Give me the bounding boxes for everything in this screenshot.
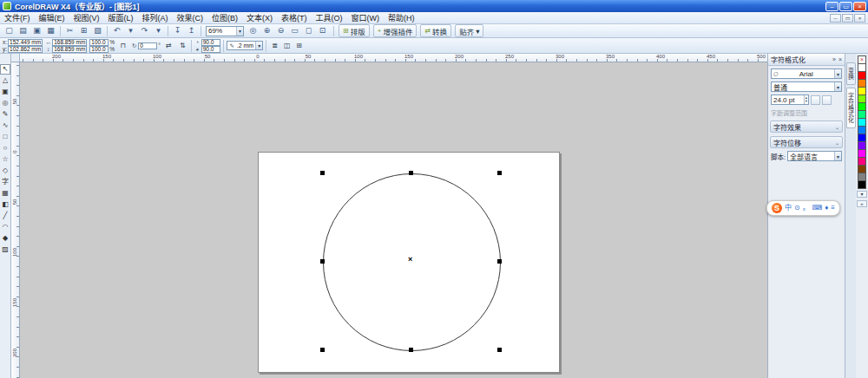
font-size-spinner[interactable]: ▴ ▾ bbox=[804, 95, 808, 104]
zoom-in-icon[interactable]: ⊕ bbox=[260, 25, 273, 36]
outline-width-select[interactable]: ✎ .2 mm ▾ bbox=[227, 41, 263, 50]
menu-item-text[interactable]: 文本(X) bbox=[242, 12, 277, 23]
doc-restore-button[interactable]: ▭ bbox=[842, 14, 853, 23]
pick-tool[interactable]: ↖ bbox=[0, 64, 10, 75]
script-select[interactable]: 全部语言 ▾ bbox=[787, 151, 842, 161]
close-button[interactable]: × bbox=[853, 2, 866, 11]
docker-collapse-button[interactable]: » bbox=[832, 56, 836, 62]
undo-list-icon[interactable]: ▾ bbox=[124, 25, 137, 36]
scale-v-input[interactable]: 100.0 bbox=[89, 46, 108, 53]
fill-tool[interactable]: ◆ bbox=[0, 233, 10, 244]
docker-close-button[interactable]: × bbox=[838, 56, 842, 62]
selection-handle[interactable] bbox=[497, 171, 502, 175]
shape-tool[interactable]: △ bbox=[0, 75, 10, 86]
new-document-icon[interactable]: ▢ bbox=[3, 25, 16, 36]
doc-close-button[interactable]: × bbox=[854, 14, 865, 23]
crop-tool[interactable]: ▣ bbox=[0, 87, 10, 97]
doc-minimize-button[interactable]: – bbox=[830, 14, 841, 23]
docker-tab-char-format[interactable]: 字符格式化 bbox=[846, 88, 856, 128]
font-family-select[interactable]: O Arial ▾ bbox=[771, 68, 842, 79]
menu-item-file[interactable]: 文件(F) bbox=[0, 12, 35, 23]
section-char-shift[interactable]: 字符位移 ⌄ bbox=[770, 136, 843, 148]
lock-ratio-button[interactable]: ⊓ bbox=[117, 40, 128, 51]
convert-to-curves-button[interactable]: ◫ bbox=[281, 40, 293, 51]
object-height-input[interactable]: 168.859 mm bbox=[52, 46, 87, 53]
restore-button[interactable]: ▭ bbox=[839, 2, 852, 11]
redo-icon[interactable]: ↷ bbox=[138, 25, 151, 36]
zoom-page-icon[interactable]: ◻ bbox=[302, 25, 315, 36]
section-char-effects[interactable]: 字符效果 ⌄ bbox=[770, 121, 843, 133]
palette-scroll-down-button[interactable]: ▾ bbox=[857, 191, 867, 198]
chinese-mode-icon[interactable]: 中 bbox=[785, 203, 792, 213]
menu-item-view[interactable]: 视图(V) bbox=[69, 12, 104, 23]
undo-icon[interactable]: ↶ bbox=[110, 25, 123, 36]
vertical-ruler[interactable]: 50050100150200 bbox=[11, 62, 20, 378]
plugins-button[interactable]: +增强插件 bbox=[373, 24, 418, 37]
drawing-canvas[interactable]: × bbox=[20, 62, 767, 378]
menu-item-help[interactable]: 帮助(H) bbox=[384, 12, 419, 23]
selection-handle[interactable] bbox=[320, 171, 325, 175]
arc-start-input[interactable]: 90.0 bbox=[201, 39, 220, 46]
save-icon[interactable]: ▣ bbox=[30, 25, 43, 36]
menu-item-window[interactable]: 窗口(W) bbox=[347, 12, 385, 23]
print-icon[interactable]: ▦ bbox=[44, 25, 57, 36]
object-width-input[interactable]: 168.859 mm bbox=[52, 39, 87, 46]
rotation-angle-input[interactable]: 0 bbox=[138, 42, 157, 49]
rectangle-tool[interactable]: □ bbox=[0, 132, 10, 142]
selection-handle[interactable] bbox=[497, 259, 502, 264]
soft-keyboard-icon[interactable]: ⌨ bbox=[812, 203, 823, 213]
cut-icon[interactable]: ✂ bbox=[63, 25, 76, 36]
minimize-button[interactable]: – bbox=[825, 2, 838, 11]
x-position-input[interactable]: 152.449 mm bbox=[8, 39, 43, 46]
sogou-logo-icon[interactable]: S bbox=[772, 203, 782, 213]
skin-icon[interactable]: ♦ bbox=[825, 203, 828, 213]
full-stop-icon[interactable]: 。 bbox=[803, 203, 810, 213]
selection-handle[interactable] bbox=[409, 348, 413, 352]
kerning-option-button[interactable] bbox=[811, 95, 820, 105]
format-option-button[interactable] bbox=[822, 95, 832, 105]
toolbox-menu-icon[interactable]: ≡ bbox=[831, 203, 835, 213]
zoom-tool[interactable]: ◎ bbox=[0, 98, 10, 108]
paste-icon[interactable]: ▧ bbox=[91, 25, 104, 36]
punctuation-icon[interactable]: ⊙ bbox=[794, 203, 800, 213]
import-icon[interactable]: ↧ bbox=[171, 25, 184, 36]
zoom-out-icon[interactable]: ⊖ bbox=[274, 25, 287, 36]
menu-item-effects[interactable]: 效果(C) bbox=[173, 12, 208, 23]
menu-item-arrange[interactable]: 排列(A) bbox=[138, 12, 173, 23]
color-swatch[interactable] bbox=[858, 180, 866, 189]
spin-down-icon[interactable]: ▾ bbox=[806, 100, 807, 103]
arc-end-input[interactable]: 90.0 bbox=[201, 46, 220, 53]
selection-handle[interactable] bbox=[320, 259, 325, 264]
polygon-tool[interactable]: ☆ bbox=[0, 154, 10, 165]
zoom-levels-icon[interactable]: ◎ bbox=[247, 25, 260, 36]
outline-pen-tool[interactable]: ◠ bbox=[0, 222, 10, 232]
interactive-fill-tool[interactable]: ▨ bbox=[0, 244, 10, 255]
basic-shapes-tool[interactable]: ◇ bbox=[0, 166, 10, 176]
snap-button[interactable]: 贴齐▾ bbox=[455, 24, 483, 37]
blend-tool[interactable]: ◧ bbox=[0, 199, 10, 210]
zoom-level-select[interactable]: 69% ▾ bbox=[206, 26, 244, 36]
mirror-vertical-button[interactable]: ⇅ bbox=[177, 40, 188, 51]
menu-item-layout[interactable]: 版面(L) bbox=[104, 12, 138, 23]
menu-item-table[interactable]: 表格(T) bbox=[277, 12, 312, 23]
convert-button[interactable]: ⇄转换 bbox=[420, 24, 451, 37]
zoom-selection-icon[interactable]: ▭ bbox=[288, 25, 301, 36]
layout-button[interactable]: ⊞排版 bbox=[339, 24, 370, 37]
selection-handle[interactable] bbox=[497, 348, 502, 352]
export-icon[interactable]: ↥ bbox=[185, 25, 198, 36]
y-position-input[interactable]: 102.862 mm bbox=[8, 46, 43, 53]
menu-item-tools[interactable]: 工具(O) bbox=[312, 12, 347, 23]
docker-tab-transform[interactable]: 变换 bbox=[846, 62, 856, 85]
freehand-tool[interactable]: ✎ bbox=[0, 109, 10, 120]
menu-item-bitmaps[interactable]: 位图(B) bbox=[207, 12, 242, 23]
scale-h-input[interactable]: 100.0 bbox=[89, 39, 108, 46]
selection-handle[interactable] bbox=[409, 171, 413, 175]
wrap-paragraph-text-button[interactable]: ≣ bbox=[269, 40, 280, 51]
text-tool[interactable]: 字 bbox=[0, 177, 10, 187]
copy-icon[interactable]: ⊞ bbox=[77, 25, 90, 36]
menu-item-edit[interactable]: 编辑(E) bbox=[35, 12, 69, 23]
redo-list-icon[interactable]: ▾ bbox=[152, 25, 165, 36]
mirror-horizontal-button[interactable]: ⇄ bbox=[163, 40, 174, 51]
open-settings-button[interactable]: ⊞ bbox=[293, 40, 305, 51]
open-icon[interactable]: ▤ bbox=[16, 25, 30, 36]
